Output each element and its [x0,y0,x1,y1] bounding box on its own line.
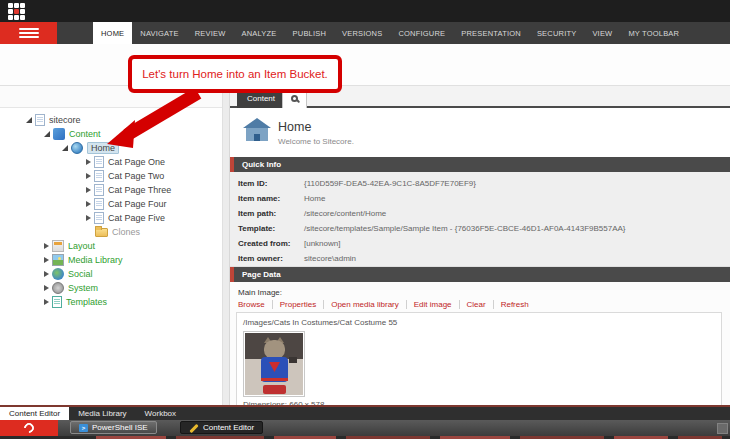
field-label: Item owner: [238,254,304,263]
folder-icon [95,228,108,237]
desktop-taskbar: > PowerShell ISE Content Editor [0,420,730,436]
tree-item-label: Cat Page Two [108,171,164,181]
tree-item-label: System [68,283,98,293]
tree-item-layout[interactable]: Layout [0,239,222,253]
field-row-item-name: Item name: Home [230,191,730,206]
panel-splitter[interactable] [222,86,230,407]
field-row-created-from: Created from: [unknown] [230,236,730,251]
media-library-icon [52,254,64,266]
edit-image-link[interactable]: Edit image [406,300,459,309]
tab-my-toolbar[interactable]: MY TOOLBAR [620,22,687,44]
collapse-icon[interactable] [62,145,68,151]
tree-item-cat-page-three[interactable]: Cat Page Three [0,183,222,197]
field-value: /sitecore/templates/Sample/Sample Item -… [304,224,626,233]
powershell-ise-label: PowerShell ISE [92,423,148,432]
page-data-section-header[interactable]: Page Data [230,267,730,282]
expand-icon[interactable] [44,271,49,277]
field-value: {110D559F-DEA5-42EA-9C1C-8A5DF7E70EF9} [304,179,476,188]
refresh-link[interactable]: Refresh [493,300,536,309]
app-tab-bar: Content Editor Media Library Workbox [0,405,730,420]
tree-item-system[interactable]: System [0,281,222,295]
open-media-library-link[interactable]: Open media library [323,300,406,309]
tab-configure[interactable]: CONFIGURE [390,22,453,44]
tree-item-clones[interactable]: Clones [0,225,222,239]
callout-arrow [95,90,215,152]
tree-item-cat-page-five[interactable]: Cat Page Five [0,211,222,225]
collapse-icon[interactable] [26,117,32,123]
content-tree: sitecore Content Home Cat Page One Cat P… [0,108,222,407]
collapse-icon[interactable] [44,131,50,137]
expand-icon[interactable] [86,187,91,193]
quick-info-section-header[interactable]: Quick Info [230,157,730,172]
properties-link[interactable]: Properties [272,300,323,309]
field-value: Home [304,194,325,203]
content-editor-taskbar-button[interactable]: Content Editor [180,421,263,434]
tab-analyze[interactable]: ANALYZE [234,22,285,44]
tab-presentation[interactable]: PRESENTATION [453,22,529,44]
app-tab-content-editor[interactable]: Content Editor [0,407,69,420]
sitecore-start-button[interactable] [0,420,58,436]
tree-item-media-library[interactable]: Media Library [0,253,222,267]
expand-icon[interactable] [44,285,49,291]
taskbar-tray-button[interactable] [717,423,728,434]
document-icon [94,170,104,182]
tree-item-cat-page-two[interactable]: Cat Page Two [0,169,222,183]
expand-icon[interactable] [44,257,49,263]
home-globe-icon [71,142,83,154]
app-tab-workbox[interactable]: Workbox [136,407,185,420]
tree-item-cat-page-four[interactable]: Cat Page Four [0,197,222,211]
tab-publish[interactable]: PUBLISH [285,22,335,44]
tab-security[interactable]: SECURITY [529,22,585,44]
expand-icon[interactable] [44,299,49,305]
ribbon-tab-strip: HOME NAVIGATE REVIEW ANALYZE PUBLISH VER… [0,22,730,44]
expand-icon[interactable] [86,159,91,165]
top-title-bar [0,0,730,22]
item-title: Home [278,120,311,134]
field-label: Template: [238,224,304,233]
main-image-field-label: Main Image: [238,288,282,297]
image-field-menu: Browse Properties Open media library Edi… [238,300,536,309]
tree-item-templates[interactable]: Templates [0,295,222,309]
tab-view[interactable]: VIEW [584,22,620,44]
powershell-icon: > [79,424,88,432]
field-label: Item path: [238,209,304,218]
main-image-thumbnail [243,331,305,397]
browse-link[interactable]: Browse [238,300,272,309]
tree-item-label: Cat Page Three [108,185,171,195]
hamburger-menu-icon[interactable] [0,22,57,44]
tree-item-cat-page-one[interactable]: Cat Page One [0,155,222,169]
app-tab-media-library[interactable]: Media Library [69,407,135,420]
tree-item-label: sitecore [49,115,81,125]
content-editor-taskbar-label: Content Editor [203,423,254,432]
page-data-section-body: Main Image: Browse Properties Open media… [230,282,730,407]
expand-icon[interactable] [86,201,91,207]
document-icon [94,156,104,168]
field-label: Created from: [238,239,304,248]
sitecore-ring-icon [22,421,36,435]
clear-link[interactable]: Clear [459,300,493,309]
tab-review[interactable]: REVIEW [187,22,234,44]
powershell-ise-taskbar-button[interactable]: > PowerShell ISE [70,421,157,434]
social-icon [52,268,64,280]
tree-item-label: Clones [112,227,140,237]
layout-icon [52,240,64,252]
quick-info-section-body: Item ID: {110D559F-DEA5-42EA-9C1C-8A5DF7… [230,172,730,267]
field-label: Item ID: [238,179,304,188]
content-icon [53,128,65,140]
search-tab-icon [291,95,298,102]
expand-icon[interactable] [44,243,49,249]
callout-text: Let's turn Home into an Item Bucket. [142,68,328,80]
tree-item-social[interactable]: Social [0,267,222,281]
tab-versions[interactable]: VERSIONS [334,22,390,44]
main-image-field[interactable]: /Images/Cats In Costumes/Cat Costume 55 … [236,312,722,407]
tab-home[interactable]: HOME [93,22,132,44]
tree-item-label: Media Library [68,255,123,265]
tree-item-label: Layout [68,241,95,251]
expand-icon[interactable] [86,215,91,221]
tab-navigate[interactable]: NAVIGATE [132,22,186,44]
tree-item-label: Cat Page Five [108,213,165,223]
sitecore-content-editor-window: HOME NAVIGATE REVIEW ANALYZE PUBLISH VER… [0,0,730,439]
expand-icon[interactable] [86,173,91,179]
tree-item-label: Cat Page One [108,157,165,167]
document-icon [94,184,104,196]
